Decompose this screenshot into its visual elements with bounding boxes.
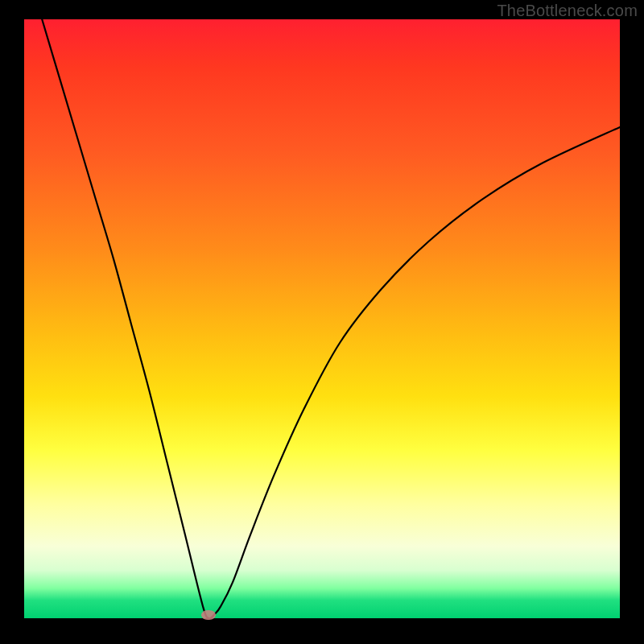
minimum-marker [201,610,216,620]
chart-frame: TheBottleneck.com [0,0,644,644]
plot-area [24,19,620,618]
bottleneck-curve [24,19,620,618]
watermark-text: TheBottleneck.com [497,2,638,20]
